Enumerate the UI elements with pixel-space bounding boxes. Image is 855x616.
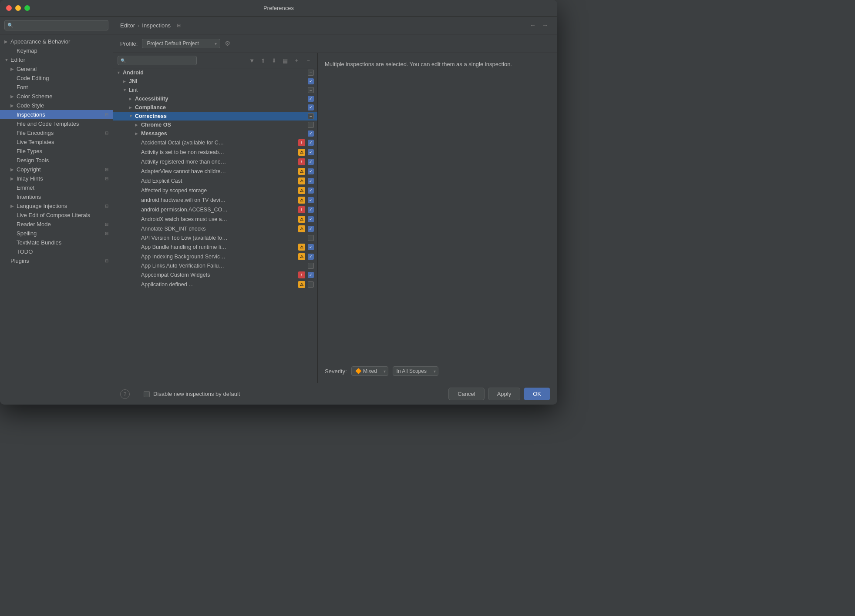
inspection-item-accidental-octal[interactable]: Accidental Octal (available for C…!	[113, 138, 317, 147]
sidebar-item-copyright[interactable]: ▶Copyright⊟	[0, 165, 113, 174]
minimize-button[interactable]	[15, 5, 21, 11]
disable-new-inspections-checkbox[interactable]	[144, 391, 150, 397]
sidebar-item-language-injections[interactable]: ▶Language Injections⊟	[0, 201, 113, 211]
sidebar-item-file-encodings[interactable]: File Encodings⊟	[0, 128, 113, 137]
inspection-item-app-indexing-bg[interactable]: App Indexing Background Servic…⚠	[113, 252, 317, 261]
inspection-item-compliance[interactable]: ▶Compliance	[113, 103, 317, 112]
inspection-checkbox[interactable]	[308, 178, 314, 184]
inspection-checkbox[interactable]	[308, 113, 314, 119]
help-icon[interactable]: ?	[120, 389, 130, 399]
inspection-item-app-bundle-runtime[interactable]: App Bundle handling of runtime li…⚠	[113, 242, 317, 252]
inspection-checkbox[interactable]	[308, 207, 314, 213]
ok-button[interactable]: OK	[524, 388, 550, 400]
inspection-checkbox[interactable]	[308, 159, 314, 165]
close-button[interactable]	[6, 5, 12, 11]
inspection-item-application-defined[interactable]: Application defined …⚠	[113, 280, 317, 289]
sidebar-item-file-code-templates[interactable]: File and Code Templates	[0, 119, 113, 128]
pin-icon[interactable]: ⊟	[177, 23, 181, 28]
sidebar-item-design-tools[interactable]: Design Tools	[0, 156, 113, 165]
remove-inspection-button[interactable]: －	[304, 56, 313, 65]
inspection-checkbox[interactable]	[308, 216, 314, 222]
inspection-item-activity-non-resizable[interactable]: Activity is set to be non resizeab…⚠	[113, 147, 317, 157]
inspection-item-android-hardware-wifi[interactable]: android.hardware.wifi on TV devi…⚠	[113, 195, 317, 205]
inspection-item-activity-registered[interactable]: Activity registered more than one…!	[113, 157, 317, 167]
inspection-checkbox[interactable]	[308, 96, 314, 102]
inspection-checkbox[interactable]	[308, 226, 314, 232]
sidebar-item-badge: ⊟	[105, 204, 108, 208]
add-inspection-button[interactable]: ＋	[292, 56, 301, 65]
window-controls[interactable]	[6, 5, 30, 11]
sidebar-item-code-editing[interactable]: Code Editing	[0, 74, 113, 83]
inspection-item-api-version-too-low[interactable]: API Version Too Low (available fo…	[113, 234, 317, 242]
inspection-item-scoped-storage[interactable]: Affected by scoped storage⚠	[113, 186, 317, 195]
sidebar-item-keymap[interactable]: Keymap	[0, 46, 113, 55]
inspection-item-androidx-watch-faces[interactable]: AndroidX watch faces must use a…⚠	[113, 214, 317, 224]
inspection-checkbox[interactable]	[308, 197, 314, 203]
inspection-checkbox[interactable]	[308, 244, 314, 250]
sidebar-item-font[interactable]: Font	[0, 83, 113, 92]
group-by-button[interactable]: ▤	[281, 57, 289, 65]
inspection-item-adapterview-children[interactable]: AdapterView cannot have childre…⚠	[113, 167, 317, 176]
inspection-item-android-permission[interactable]: android.permission.ACCESS_CO…!	[113, 205, 317, 214]
inspection-item-lint[interactable]: ▼Lint	[113, 86, 317, 94]
sidebar-item-intentions[interactable]: Intentions	[0, 192, 113, 201]
maximize-button[interactable]	[24, 5, 30, 11]
sidebar-item-live-templates[interactable]: Live Templates	[0, 137, 113, 147]
collapse-all-button[interactable]: ⇓	[270, 57, 278, 65]
inspection-checkbox[interactable]	[308, 187, 314, 194]
inspection-checkbox[interactable]	[308, 131, 314, 137]
sidebar-item-general[interactable]: ▶General	[0, 64, 113, 74]
sidebar-item-code-style[interactable]: ▶Code Style	[0, 101, 113, 110]
sidebar-item-plugins[interactable]: Plugins⊟	[0, 256, 113, 265]
inspection-item-app-links-auto[interactable]: App Links Auto Verification Failu…	[113, 261, 317, 270]
scope-select[interactable]: In All Scopes	[393, 366, 438, 376]
filter-button[interactable]: ▼	[247, 57, 256, 65]
sidebar-item-textmate-bundles[interactable]: TextMate Bundles	[0, 238, 113, 247]
inspection-checkbox[interactable]	[308, 272, 314, 278]
profile-select[interactable]: Project Default Project	[142, 39, 220, 48]
inspection-item-messages[interactable]: ▶Messages	[113, 129, 317, 138]
arrow-icon: ▼	[117, 70, 123, 75]
inspection-item-add-explicit-cast[interactable]: Add Explicit Cast⚠	[113, 176, 317, 186]
inspection-checkbox[interactable]	[308, 263, 314, 269]
sidebar-item-badge: ⊟	[105, 112, 108, 117]
inspection-item-chrome-os[interactable]: ▶Chrome OS	[113, 121, 317, 129]
inspection-checkbox[interactable]	[308, 87, 314, 93]
inspection-checkbox[interactable]	[308, 78, 314, 84]
nav-back-button[interactable]: ←	[528, 21, 538, 30]
inspection-checkbox[interactable]	[308, 235, 314, 241]
sidebar-item-emmet[interactable]: Emmet	[0, 183, 113, 192]
sidebar-item-editor[interactable]: ▼Editor	[0, 55, 113, 64]
apply-button[interactable]: Apply	[488, 388, 521, 400]
gear-button[interactable]: ⚙	[225, 40, 230, 47]
inspection-item-accessibility[interactable]: ▶Accessibility	[113, 94, 317, 103]
inspection-checkbox[interactable]	[308, 149, 314, 155]
sidebar-item-color-scheme[interactable]: ▶Color Scheme	[0, 92, 113, 101]
inspection-checkbox[interactable]	[308, 122, 314, 128]
inspection-checkbox[interactable]	[308, 168, 314, 174]
inspection-item-appcompat-custom[interactable]: Appcompat Custom Widgets!	[113, 270, 317, 280]
sidebar-item-live-edit-compose[interactable]: Live Edit of Compose Literals	[0, 211, 113, 220]
inspection-checkbox[interactable]	[308, 281, 314, 288]
sidebar-item-todo[interactable]: TODO	[0, 247, 113, 256]
sidebar-item-spelling[interactable]: Spelling⊟	[0, 229, 113, 238]
nav-forward-button[interactable]: →	[540, 21, 550, 30]
inspection-checkbox[interactable]	[308, 70, 314, 76]
sidebar-item-file-types[interactable]: File Types	[0, 147, 113, 156]
cancel-button[interactable]: Cancel	[448, 388, 484, 400]
sidebar-search-input[interactable]	[4, 20, 108, 30]
severity-select[interactable]: 🔶 Mixed	[351, 366, 388, 376]
inspection-checkbox[interactable]	[308, 104, 314, 110]
tree-search-input[interactable]	[118, 56, 197, 65]
sidebar-item-appearance[interactable]: ▶Appearance & Behavior	[0, 37, 113, 46]
sidebar-item-reader-mode[interactable]: Reader Mode⊟	[0, 220, 113, 229]
sidebar-item-inspections[interactable]: Inspections⊟	[0, 110, 113, 119]
inspection-checkbox[interactable]	[308, 140, 314, 146]
expand-all-button[interactable]: ⇑	[259, 57, 267, 65]
inspection-item-jni[interactable]: ▶JNI	[113, 77, 317, 86]
inspection-item-annotate-sdk-int[interactable]: Annotate SDK_INT checks⚠	[113, 224, 317, 234]
sidebar-item-inlay-hints[interactable]: ▶Inlay Hints⊟	[0, 174, 113, 183]
inspection-item-correctness[interactable]: ▼Correctness	[113, 112, 317, 121]
inspection-item-android[interactable]: ▼Android	[113, 68, 317, 77]
inspection-checkbox[interactable]	[308, 254, 314, 260]
